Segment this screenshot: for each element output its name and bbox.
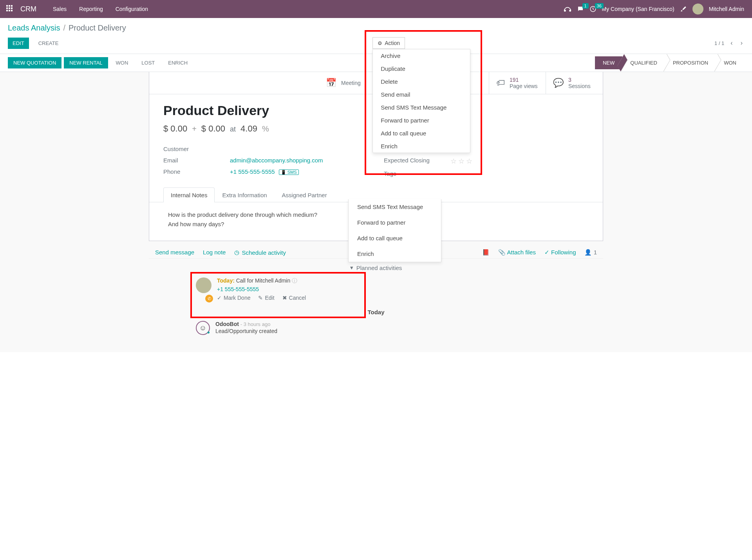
tags-label: Tags <box>384 170 450 177</box>
comments-icon: 💬 <box>553 78 564 88</box>
attach-files-button[interactable]: 📎 Attach files <box>498 249 536 256</box>
activity-card: ✆ Today: Call for Mitchell Admin ⓘ +1 55… <box>149 274 603 305</box>
phone-value[interactable]: +1 555-555-5555 <box>230 168 275 175</box>
tab-content: How is the product delivery done through… <box>149 202 603 241</box>
email-label: Email <box>163 157 230 164</box>
lost-button[interactable]: LOST <box>136 57 160 68</box>
breadcrumb: Leads Analysis / Product Delivery <box>0 18 752 35</box>
activity-avatar <box>196 277 212 293</box>
new-rental-button[interactable]: NEW RENTAL <box>64 57 108 68</box>
mark-done-button[interactable]: ✓ Mark Done <box>217 295 250 301</box>
action-button[interactable]: Action <box>372 37 405 49</box>
action-send-sms[interactable]: Send SMS Text Message <box>373 101 470 114</box>
new-quotation-button[interactable]: NEW QUOTATION <box>8 57 61 68</box>
info-icon[interactable]: ⓘ <box>292 277 297 284</box>
tab-internal-notes[interactable]: Internal Notes <box>163 187 215 202</box>
action-duplicate[interactable]: Duplicate <box>373 62 470 75</box>
schedule-activity-button[interactable]: ◷Schedule activity <box>234 249 286 256</box>
stage-qualified[interactable]: QUALIFIED <box>622 56 665 69</box>
action-delete[interactable]: Delete <box>373 75 470 88</box>
log-author: OdooBot <box>215 321 239 327</box>
nav-configuration[interactable]: Configuration <box>110 6 154 12</box>
messages-badge: 1 <box>582 3 589 9</box>
tab-assigned-partner[interactable]: Assigned Partner <box>275 187 334 202</box>
tools-icon[interactable] <box>680 5 687 13</box>
expected-revenue: $ 0.00 <box>163 124 187 134</box>
messages-icon[interactable]: 1 <box>577 5 584 13</box>
pager-counter: 1 / 1 <box>714 40 724 46</box>
send-message-button[interactable]: Send message <box>155 249 194 256</box>
action-forward[interactable]: Forward to partner <box>373 114 470 127</box>
stat-pageviews[interactable]: 🏷 191Page views <box>489 72 546 94</box>
nav-reporting[interactable]: Reporting <box>74 6 108 12</box>
today-divider: Today <box>149 305 603 317</box>
followers-count[interactable]: 👤 1 <box>584 249 597 256</box>
clock-icon: ◷ <box>234 249 239 256</box>
pager-prev[interactable]: ‹ <box>729 40 734 47</box>
stage-new[interactable]: NEW <box>595 56 622 69</box>
float-enrich[interactable]: Enrich <box>349 246 441 262</box>
breadcrumb-sep: / <box>63 23 65 32</box>
priority-stars[interactable]: ☆☆☆ <box>450 157 474 166</box>
action-call-queue[interactable]: Add to call queue <box>373 127 470 140</box>
float-send-sms[interactable]: Send SMS Text Message <box>349 199 441 215</box>
action-enrich[interactable]: Enrich <box>373 140 470 153</box>
closing-label: Expected Closing <box>384 157 450 166</box>
float-forward[interactable]: Forward to partner <box>349 215 441 230</box>
pager: 1 / 1 ‹ › <box>714 40 744 47</box>
email-value[interactable]: admin@abccompany.shopping.com <box>230 157 323 164</box>
customer-label: Customer <box>163 146 230 152</box>
float-call-queue[interactable]: Add to call queue <box>349 230 441 246</box>
user-avatar[interactable] <box>692 4 703 14</box>
voip-icon[interactable] <box>564 6 571 12</box>
enrich-button[interactable]: ENRICH <box>163 57 193 68</box>
username[interactable]: Mitchell Admin <box>709 6 744 12</box>
activity-phone[interactable]: +1 555-555-5555 <box>217 286 306 292</box>
activity-title: Call for Mitchell Admin <box>236 277 291 284</box>
activities-badge: 36 <box>595 3 604 9</box>
stat-meeting[interactable]: 📅 Meeting <box>319 72 376 94</box>
phone-label: Phone <box>163 168 230 175</box>
book-icon[interactable]: 📕 <box>482 249 490 256</box>
sms-button[interactable]: 📱 SMS <box>279 169 299 175</box>
stage-proposition[interactable]: PROPOSITION <box>665 56 716 69</box>
brand[interactable]: CRM <box>20 5 36 13</box>
log-message: Lead/Opportunity created <box>215 328 277 334</box>
breadcrumb-current: Product Delivery <box>69 23 126 32</box>
svg-point-0 <box>564 10 565 11</box>
breadcrumb-root[interactable]: Leads Analysis <box>8 23 60 32</box>
action-archive[interactable]: Archive <box>373 49 470 62</box>
log-item: ☺ OdooBot - 3 hours ago Lead/Opportunity… <box>149 317 603 339</box>
tab-extra-info[interactable]: Extra Information <box>215 187 274 202</box>
action-menu: Archive Duplicate Delete Send email Send… <box>372 49 470 153</box>
company-selector[interactable]: My Company (San Francisco) <box>602 6 674 12</box>
calendar-icon: 📅 <box>326 78 336 88</box>
log-when: - 3 hours ago <box>240 321 271 327</box>
cancel-activity-button[interactable]: ✖ Cancel <box>282 295 306 301</box>
edit-activity-button[interactable]: ✎ Edit <box>258 295 274 301</box>
pager-next[interactable]: › <box>739 40 744 47</box>
bot-avatar: ☺ <box>196 321 210 335</box>
probability: 4.09 <box>240 124 257 134</box>
log-note-button[interactable]: Log note <box>203 249 226 256</box>
nav-sales[interactable]: Sales <box>47 6 72 12</box>
edit-button[interactable]: EDIT <box>8 38 29 49</box>
stages: NEW QUALIFIED PROPOSITION WON <box>595 56 744 69</box>
apps-icon[interactable] <box>6 5 14 13</box>
secondary-menu: Send SMS Text Message Forward to partner… <box>348 199 441 262</box>
caret-down-icon: ▾ <box>350 264 353 271</box>
following-button[interactable]: ✓ Following <box>544 249 576 256</box>
navbar: CRM Sales Reporting Configuration 1 36 M… <box>0 0 752 18</box>
gear-icon <box>378 40 382 46</box>
action-send-email[interactable]: Send email <box>373 88 470 101</box>
tag-icon: 🏷 <box>496 78 505 88</box>
phone-icon: ✆ <box>205 295 213 303</box>
svg-point-1 <box>569 10 571 11</box>
stage-won[interactable]: WON <box>716 56 744 69</box>
won-button[interactable]: WON <box>110 57 134 68</box>
recurring-revenue: $ 0.00 <box>201 124 225 134</box>
control-panel: EDIT CREATE Action Archive Duplicate Del… <box>0 35 752 54</box>
activities-icon[interactable]: 36 <box>589 5 597 13</box>
stat-sessions[interactable]: 💬 3Sessions <box>546 72 603 94</box>
create-button[interactable]: CREATE <box>34 38 63 49</box>
